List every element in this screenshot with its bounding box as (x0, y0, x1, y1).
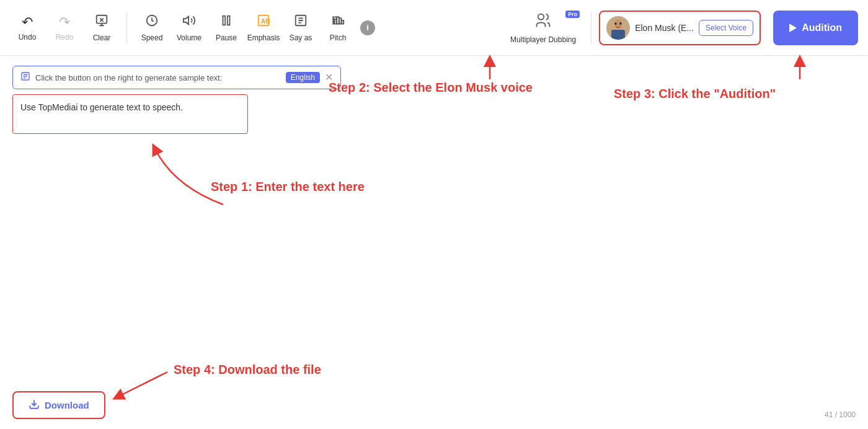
svg-point-17 (538, 14, 544, 19)
avatar-svg (606, 16, 630, 40)
step4-label: Step 4: Download the file (174, 363, 321, 377)
svg-rect-16 (342, 20, 344, 24)
svg-rect-3 (223, 15, 226, 25)
redo-label: Redo (56, 33, 74, 42)
voice-name: Elon Musk (E... (635, 23, 694, 33)
voice-avatar (606, 16, 630, 40)
pro-badge: Pro (565, 11, 580, 18)
pause-button[interactable]: Pause (209, 10, 244, 46)
clear-icon (95, 14, 108, 31)
sample-icon (20, 71, 30, 84)
multiplayer-icon (534, 12, 552, 33)
toolbar-left: ↶ Undo ↷ Redo Clear (10, 10, 119, 46)
info-icon[interactable]: i (360, 20, 375, 35)
clear-label: Clear (93, 33, 111, 42)
sayas-label: Say as (290, 33, 312, 42)
download-area: Download (12, 391, 105, 419)
speed-button[interactable]: Speed (135, 10, 169, 46)
download-button[interactable]: Download (12, 391, 105, 419)
sample-text-bar[interactable]: Click the button on the right to generat… (12, 66, 341, 89)
redo-button[interactable]: ↷ Redo (47, 11, 82, 45)
text-editor[interactable]: <span class="squiggle">Use TopMediai to … (12, 94, 248, 134)
undo-label: Undo (19, 33, 37, 42)
toolbar-center: Speed Volume Pause (135, 10, 375, 46)
audition-label: Audition (802, 22, 842, 33)
download-label: Download (45, 400, 89, 410)
pitch-icon (331, 14, 345, 31)
svg-marker-2 (184, 16, 188, 24)
svg-point-23 (620, 22, 622, 25)
sayas-icon (294, 14, 308, 31)
svg-point-22 (615, 22, 617, 25)
emphasis-label: Emphasis (247, 33, 280, 42)
audition-button[interactable]: Audition (773, 11, 858, 45)
svg-text:AB: AB (260, 17, 270, 24)
undo-button[interactable]: ↶ Undo (10, 11, 45, 45)
volume-label: Volume (177, 33, 202, 42)
pause-icon (219, 14, 233, 31)
toolbar: ↶ Undo ↷ Redo Clear (0, 0, 868, 56)
pitch-label: Pitch (330, 33, 347, 42)
svg-rect-21 (611, 30, 625, 40)
voice-selector[interactable]: Elon Musk (E... Select Voice (599, 11, 761, 45)
undo-icon: ↶ (22, 14, 33, 30)
step1-label: Step 1: Enter the text here (211, 180, 365, 194)
char-count: 41 / 1000 (825, 410, 856, 419)
sample-text-content: Click the button on the right to generat… (35, 73, 281, 82)
speed-label: Speed (141, 33, 163, 42)
download-icon (29, 399, 40, 412)
svg-rect-4 (228, 15, 230, 25)
clear-button[interactable]: Clear (84, 10, 119, 46)
toolbar-divider-1 (126, 12, 127, 43)
redo-icon: ↷ (59, 14, 70, 30)
toolbar-divider-2 (591, 12, 591, 43)
speed-icon (145, 14, 159, 31)
sayas-button[interactable]: Say as (283, 10, 318, 46)
play-icon (789, 24, 797, 32)
main-content: Click the button on the right to generat… (0, 56, 868, 146)
multiplayer-dubbing-button[interactable]: Pro Multiplayer Dubbing (503, 8, 583, 48)
emphasis-button[interactable]: AB Emphasis (246, 10, 281, 46)
bottom-bar: Download 41 / 1000 (0, 391, 868, 429)
volume-button[interactable]: Volume (172, 10, 206, 46)
sample-bar-close[interactable]: ✕ (325, 73, 333, 82)
language-badge: English (286, 72, 320, 83)
multiplayer-label: Multiplayer Dubbing (510, 35, 576, 44)
step1-arrow-svg (124, 136, 260, 211)
volume-icon (182, 14, 196, 31)
select-voice-button[interactable]: Select Voice (699, 20, 753, 36)
pause-label: Pause (216, 33, 237, 42)
emphasis-icon: AB (257, 14, 270, 31)
pitch-button[interactable]: Pitch (321, 10, 355, 46)
